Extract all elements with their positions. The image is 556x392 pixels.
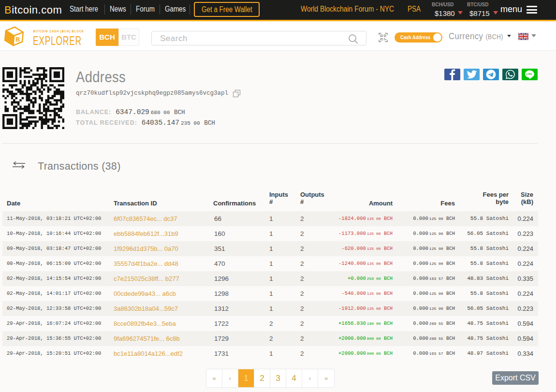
svg-text:E: E <box>531 73 532 75</box>
svg-text:N: N <box>529 73 530 75</box>
svg-text:B: B <box>15 36 20 43</box>
